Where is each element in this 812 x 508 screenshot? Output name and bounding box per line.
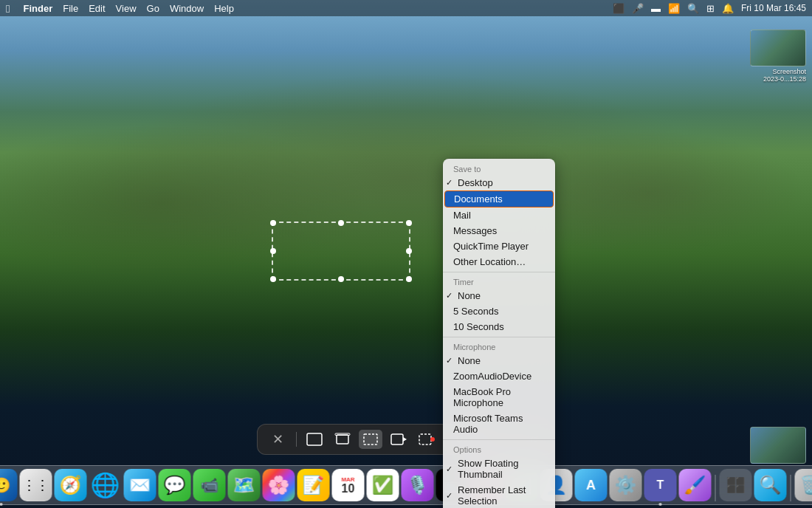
apple-menu[interactable]:  [6,2,10,15]
menu-item-documents[interactable]: Documents [444,190,554,207]
handle-bm[interactable] [338,276,344,282]
teams-icon: T [657,478,664,492]
menu-item-quicktime-label: QuickTime Player [453,241,529,252]
handle-br[interactable] [406,276,412,282]
menu-item-other-location-label: Other Location… [453,256,526,267]
maps-icon: 🗺️ [233,475,255,495]
selection-area[interactable] [272,222,410,281]
svg-marker-5 [403,437,407,442]
dock-item-notes[interactable]: 📝 [297,469,330,501]
menu-item-messages-label: Messages [453,225,497,236]
handle-tr[interactable] [406,220,412,226]
dock-item-photos[interactable]: 🌸 [263,469,295,501]
timer-label: Timer [443,275,555,288]
dock-item-search[interactable]: 🔍 [754,469,787,501]
capture-selection-button[interactable] [359,430,382,449]
search-dock-icon: 🔍 [760,475,782,495]
menubar-view[interactable]: View [116,3,137,14]
menu-item-timer-none[interactable]: ✓ None [443,288,555,303]
more-icon: ⬛⬛⬛⬛ [727,477,745,493]
dock: 🙂 ⋮⋮ 🧭 🌐 ✉️ 💬 📹 🗺️ 🌸 📝 MAR 10 ✅ 🎙️ 📺 🎵 [0,465,812,505]
dock-item-facetime[interactable]: 📹 [193,469,226,501]
dock-item-calendar[interactable]: MAR 10 [332,469,365,501]
wifi-icon: 📶 [668,3,680,14]
dock-item-mail[interactable]: ✉️ [124,469,156,501]
control-center-icon[interactable]: ⊞ [706,3,715,14]
checkmark-desktop: ✓ [446,178,453,188]
close-toolbar-button[interactable]: ✕ [266,430,290,449]
menubar-edit[interactable]: Edit [89,3,105,14]
dock-item-maps[interactable]: 🗺️ [228,469,261,501]
dock-item-safari[interactable]: 🧭 [55,469,87,501]
menu-item-zoom-audio[interactable]: ZoomAudioDevice [443,368,555,384]
search-icon[interactable]: 🔍 [687,3,699,14]
svg-rect-3 [364,434,377,444]
dock-item-reminders[interactable]: ✅ [367,469,399,501]
dock-item-appstore[interactable]: A [575,469,608,501]
dock-item-teams[interactable]: T [644,469,677,501]
separator-1 [443,272,555,272]
screen-recording-icon: ⬛ [613,3,625,14]
notification-icon[interactable]: 🔔 [722,3,734,14]
handle-mr[interactable] [406,248,412,254]
dock-item-more[interactable]: ⬛⬛⬛⬛ [720,469,752,501]
menu-item-zoom-audio-label: ZoomAudioDevice [453,371,531,382]
dock-item-messages[interactable]: 💬 [159,469,191,501]
options-section-label: Options [443,442,555,456]
dock-separator-2 [791,475,791,501]
checkmark-floating: ✓ [446,464,453,474]
menu-item-5sec[interactable]: 5 Seconds [443,303,555,319]
dock-item-system-preferences[interactable]: ⚙️ [610,469,642,501]
datetime-display: Fri 10 Mar 16:45 [741,3,806,13]
dock-item-finder[interactable]: 🙂 [0,469,18,501]
menu-item-desktop[interactable]: ✓ Desktop [443,175,555,190]
separator-2 [443,337,555,337]
checkmark-mic-none: ✓ [446,356,453,365]
menu-item-mic-none-label: None [458,355,481,366]
menu-item-floating-thumb[interactable]: ✓ Show Floating Thumbnail [443,456,555,482]
reminders-icon: ✅ [372,475,394,495]
menubar-file[interactable]: File [63,3,78,14]
record-selection-button[interactable] [415,430,438,449]
screenshot-label: Screenshot 2023-0...15:28 [763,68,806,83]
svg-rect-0 [307,433,322,445]
dock-item-brush[interactable]: 🖌️ [679,469,712,501]
menu-item-teams-audio[interactable]: Microsoft Teams Audio [443,411,555,437]
menubar-go[interactable]: Go [147,3,159,14]
menu-item-10sec[interactable]: 10 Seconds [443,319,555,334]
save-to-label: Save to [443,162,555,175]
menu-item-10sec-label: 10 Seconds [453,321,504,332]
mail-icon: ✉️ [129,475,151,495]
svg-rect-4 [391,434,403,444]
handle-tl[interactable] [270,220,276,226]
menu-item-remember-selection-label: Remember Last Selection [458,484,545,507]
menu-item-macbook-mic[interactable]: MacBook Pro Microphone [443,384,555,411]
dock-item-trash[interactable]: 🗑️ [795,469,813,501]
options-dropdown-menu: Save to ✓ Desktop Documents Mail Message… [443,159,555,508]
menu-item-other-location[interactable]: Other Location… [443,254,555,270]
menubar-window[interactable]: Window [170,3,204,14]
checkmark-timer-none: ✓ [446,291,453,301]
dock-item-chrome[interactable]: 🌐 [89,469,122,501]
toolbar-sep-1 [296,432,297,447]
battery-icon: ▬ [651,3,661,14]
capture-entire-screen-button[interactable] [303,430,326,449]
menu-item-mail-label: Mail [453,210,471,221]
capture-window-button[interactable] [331,430,354,449]
menu-item-mail[interactable]: Mail [443,207,555,223]
mic-icon: 🎤 [632,3,644,14]
menu-item-messages[interactable]: Messages [443,223,555,238]
dock-item-launchpad[interactable]: ⋮⋮ [20,469,52,501]
dock-item-podcasts[interactable]: 🎙️ [402,469,434,501]
menu-item-mic-none[interactable]: ✓ None [443,353,555,368]
handle-bl[interactable] [270,276,276,282]
menubar-finder[interactable]: Finder [23,3,52,14]
handle-ml[interactable] [270,248,276,254]
notes-icon: 📝 [303,475,325,495]
menubar-help[interactable]: Help [214,3,234,14]
menu-item-remember-selection[interactable]: ✓ Remember Last Selection [443,482,555,508]
menu-item-quicktime[interactable]: QuickTime Player [443,238,555,254]
record-entire-screen-button[interactable] [387,430,410,449]
chrome-icon: 🌐 [91,471,120,499]
handle-tm[interactable] [338,220,344,226]
